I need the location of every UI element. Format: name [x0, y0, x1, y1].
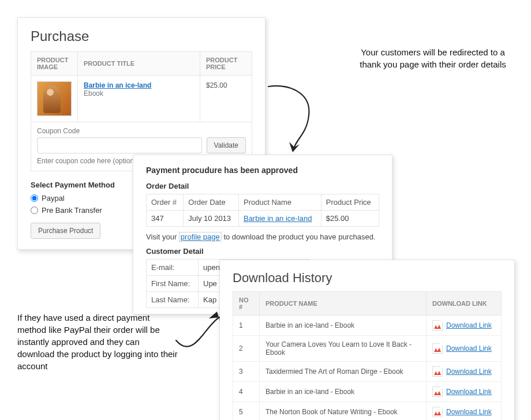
history-download-cell: Download Link	[427, 336, 502, 362]
coupon-input[interactable]	[37, 137, 202, 153]
history-no: 4	[233, 382, 260, 402]
history-product-name: The Norton Book of Nature Writing - Eboo…	[260, 402, 427, 421]
table-row: Barbie in an ice-land Ebook $25.00	[31, 76, 252, 122]
pdf-icon	[432, 343, 443, 354]
order-no: 347	[147, 211, 184, 227]
annotation-top: Your customers will be redirected to a t…	[358, 46, 508, 70]
col-history-link: DOWNLOAD LINK	[427, 292, 502, 316]
order-date: July 10 2013	[184, 211, 239, 227]
download-link[interactable]: Download Link	[446, 321, 492, 329]
col-order-price: Product Price	[321, 194, 379, 211]
purchase-table: PRODUCT IMAGE PRODUCT TITLE PRODUCT PRIC…	[31, 51, 252, 122]
col-history-no: NO #	[233, 292, 260, 316]
history-title: Download History	[233, 271, 502, 286]
arrow-top	[266, 81, 335, 162]
col-history-name: PRODUCT NAME	[260, 292, 427, 316]
product-type-label: Ebook	[84, 89, 103, 97]
paypal-radio[interactable]	[31, 194, 38, 202]
history-product-name: Taxidermied The Art of Roman Dirge - Ebo…	[260, 362, 427, 382]
purchase-title: Purchase	[31, 28, 252, 44]
bank-radio[interactable]	[31, 207, 38, 214]
cust-email-k: E-mail:	[147, 260, 199, 276]
history-download-cell: Download Link	[427, 402, 502, 421]
table-row: 347 July 10 2013 Barbie in an ice-land $…	[147, 211, 379, 227]
history-no: 5	[233, 402, 260, 421]
history-table: NO # PRODUCT NAME DOWNLOAD LINK 1Barbie …	[233, 291, 502, 420]
col-product-image: PRODUCT IMAGE	[31, 52, 78, 76]
col-order-date: Order Date	[184, 194, 239, 211]
cust-first-k: First Name:	[147, 276, 199, 292]
table-row: 5The Norton Book of Nature Writing - Ebo…	[233, 402, 502, 421]
table-row: 3Taxidermied The Art of Roman Dirge - Eb…	[233, 362, 502, 382]
history-download-cell: Download Link	[427, 362, 502, 382]
col-product-price: PRODUCT PRICE	[200, 52, 252, 76]
approved-heading: Payment procudure has been approved	[146, 166, 379, 175]
order-product-link[interactable]: Barbie in an ice-land	[244, 214, 312, 223]
purchase-button[interactable]: Purchase Product	[31, 223, 100, 239]
col-order-no: Order #	[147, 194, 184, 211]
history-no: 1	[233, 316, 260, 336]
history-no: 2	[233, 336, 260, 362]
table-row: 4Barbie in an ice-land - EbookDownload L…	[233, 382, 502, 402]
order-detail-heading: Order Detail	[146, 182, 379, 190]
product-price: $25.00	[206, 81, 227, 89]
order-detail-table: Order # Order Date Product Name Product …	[146, 194, 379, 227]
pdf-icon	[432, 387, 443, 397]
pdf-icon	[432, 366, 443, 377]
product-title-link[interactable]: Barbie in an ice-land	[84, 81, 151, 89]
pdf-icon	[432, 407, 443, 417]
annotation-left: If they have used a direct payment metho…	[17, 312, 179, 372]
history-product-name: Barbie in an ice-land - Ebook	[260, 382, 427, 402]
history-download-cell: Download Link	[427, 316, 502, 336]
visit-post: to download the product you have purchas…	[222, 232, 376, 241]
coupon-label: Coupon Code	[37, 127, 246, 135]
profile-page-link[interactable]: profile page	[179, 232, 222, 242]
download-history-card: Download History NO # PRODUCT NAME DOWNL…	[219, 260, 515, 420]
history-product-name: Your Camera Loves You Learn to Love It B…	[260, 336, 427, 362]
bank-label: Pre Bank Transfer	[42, 206, 102, 215]
table-row: 2Your Camera Loves You Learn to Love It …	[233, 336, 502, 362]
history-download-cell: Download Link	[427, 382, 502, 402]
paypal-label: Paypal	[42, 194, 65, 202]
order-price: $25.00	[321, 211, 379, 227]
pdf-icon	[432, 320, 443, 331]
col-product-title: PRODUCT TITLE	[78, 52, 200, 76]
validate-button[interactable]: Validate	[207, 137, 246, 153]
download-link[interactable]: Download Link	[446, 408, 492, 416]
download-link[interactable]: Download Link	[446, 367, 492, 376]
download-link[interactable]: Download Link	[446, 344, 492, 352]
table-row: 1Barbie in an ice-land - EbookDownload L…	[233, 316, 502, 336]
customer-detail-heading: Customer Detail	[146, 247, 379, 256]
arrow-left	[173, 306, 231, 375]
download-link[interactable]: Download Link	[446, 388, 492, 396]
visit-pre: Visit your	[146, 232, 179, 241]
visit-profile-line: Visit your profile page to download the …	[146, 232, 379, 241]
col-order-name: Product Name	[238, 194, 321, 211]
history-no: 3	[233, 362, 260, 382]
product-thumbnail	[37, 81, 72, 116]
history-product-name: Barbie in an ice-land - Ebook	[260, 316, 427, 336]
